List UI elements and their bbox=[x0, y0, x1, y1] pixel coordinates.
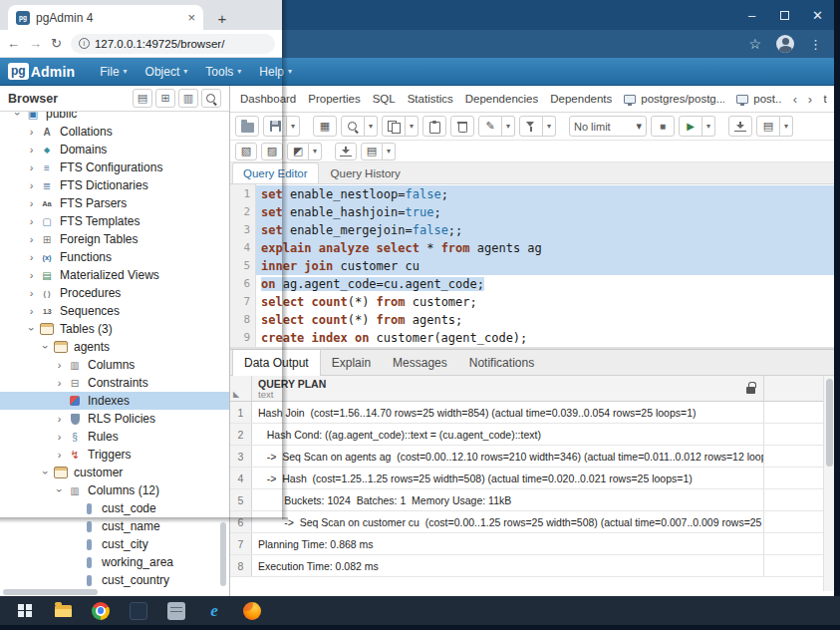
close-button[interactable]: ✕ bbox=[801, 0, 834, 30]
chrome-button[interactable] bbox=[82, 596, 120, 625]
execute-button[interactable]: ▶ bbox=[679, 116, 702, 137]
explain-analyze-button[interactable]: ▨ bbox=[261, 143, 283, 160]
row-value[interactable]: -> Hash (cost=1.25..1.25 rows=25 width=5… bbox=[252, 468, 764, 488]
maximize-button[interactable] bbox=[768, 0, 801, 30]
tree-item-fts-parsers[interactable]: ›FTS Parsers bbox=[0, 194, 229, 212]
browser-menu-icon[interactable]: ⋮ bbox=[809, 37, 822, 52]
tree-item-tables[interactable]: ›Tables (3) bbox=[0, 320, 229, 338]
tab-data-output[interactable]: Data Output bbox=[232, 350, 321, 376]
row-number[interactable]: 4 bbox=[230, 468, 252, 488]
chevron-right-icon[interactable]: › bbox=[25, 233, 38, 245]
chevron-right-icon[interactable]: › bbox=[53, 359, 66, 371]
menu-tools[interactable]: Tools▾ bbox=[196, 58, 250, 86]
tab-scroll-left-button[interactable]: ‹ bbox=[787, 86, 802, 113]
row-number[interactable]: 7 bbox=[230, 533, 252, 554]
minimize-button[interactable]: – bbox=[735, 0, 768, 30]
chevron-right-icon[interactable]: › bbox=[53, 377, 66, 389]
row-number[interactable]: 8 bbox=[230, 555, 252, 576]
tree-item-working-area[interactable]: ›working_area bbox=[0, 553, 229, 571]
tab-clipped[interactable]: t× bbox=[817, 86, 834, 113]
chevron-right-icon[interactable]: › bbox=[25, 197, 38, 209]
tab-notifications[interactable]: Notifications bbox=[458, 350, 545, 376]
download-csv-button[interactable] bbox=[335, 143, 357, 160]
chevron-right-icon[interactable]: › bbox=[25, 161, 38, 173]
row-value[interactable]: Buckets: 1024 Batches: 1 Memory Usage: 1… bbox=[252, 489, 764, 510]
tree-item-triggers[interactable]: ›Triggers bbox=[0, 446, 229, 464]
tree-item-rules[interactable]: ›Rules bbox=[0, 428, 229, 446]
row-number[interactable]: 2 bbox=[230, 424, 252, 445]
menu-help[interactable]: Help▾ bbox=[250, 58, 301, 86]
sql-editor[interactable]: 1 2 3 4 5 6 7 8 9 set enable_nestloop=fa… bbox=[230, 184, 834, 347]
address-bar[interactable]: i 127.0.0.1:49725/browser/ bbox=[71, 34, 275, 54]
tree-item-rls-policies[interactable]: ›RLS Policies bbox=[0, 410, 229, 428]
tree-item-cust-country[interactable]: ›cust_country bbox=[0, 571, 229, 588]
tab-explain[interactable]: Explain bbox=[321, 350, 382, 376]
tab-query-tool-2[interactable]: post.. bbox=[730, 86, 787, 113]
row-number[interactable]: 1 bbox=[230, 402, 252, 423]
chevron-down-icon[interactable]: › bbox=[40, 467, 52, 479]
tab-query-editor[interactable]: Query Editor bbox=[232, 162, 319, 183]
row-value[interactable]: Hash Cond: ((ag.agent_code)::text = (cu.… bbox=[252, 424, 764, 445]
chevron-right-icon[interactable]: › bbox=[25, 251, 38, 263]
taskbar-app-button-2[interactable] bbox=[157, 596, 195, 625]
tab-dependents[interactable]: Dependents bbox=[544, 86, 618, 113]
tree-item-agents-columns[interactable]: ›Columns bbox=[0, 356, 229, 374]
row-value[interactable]: Hash Join (cost=1.56..14.70 rows=25 widt… bbox=[252, 402, 764, 423]
bookmark-star-icon[interactable]: ☆ bbox=[748, 36, 761, 52]
find-options-button[interactable]: ▾ bbox=[365, 116, 378, 137]
delete-button[interactable] bbox=[450, 116, 474, 137]
menu-file[interactable]: File▾ bbox=[91, 58, 136, 86]
tab-messages[interactable]: Messages bbox=[382, 350, 458, 376]
tree-item-customer-columns[interactable]: ›Columns (12) bbox=[0, 481, 229, 499]
row-limit-dropdown[interactable]: No limit▾ bbox=[569, 116, 647, 137]
tab-properties[interactable]: Properties bbox=[302, 86, 366, 113]
edit-options-button[interactable]: ▾ bbox=[502, 116, 515, 137]
download-button[interactable] bbox=[728, 116, 752, 137]
chevron-right-icon[interactable]: › bbox=[25, 126, 38, 138]
row-number[interactable]: 5 bbox=[230, 489, 252, 510]
execute-options-button[interactable]: ▾ bbox=[702, 116, 715, 137]
paste-button[interactable] bbox=[422, 116, 446, 137]
site-info-icon[interactable]: i bbox=[79, 38, 90, 49]
tree-item-foreign-tables[interactable]: ›Foreign Tables bbox=[0, 230, 229, 248]
chevron-down-icon[interactable]: › bbox=[12, 112, 24, 121]
edit-button[interactable]: ✎ bbox=[478, 116, 502, 137]
clear-options-button[interactable]: ▾ bbox=[309, 143, 322, 160]
tree-state-button[interactable]: ▤ bbox=[133, 89, 152, 108]
grid-view-button[interactable]: ⊞ bbox=[155, 89, 175, 108]
profile-avatar[interactable] bbox=[776, 35, 794, 53]
tree-item-fts-dictionaries[interactable]: ›FTS Dictionaries bbox=[0, 176, 229, 194]
tree-item-public[interactable]: ›public bbox=[0, 112, 229, 123]
clear-button[interactable]: ◩ bbox=[287, 143, 309, 160]
copy-button[interactable] bbox=[382, 116, 406, 137]
tree-item-materialized-views[interactable]: ›Materialized Views bbox=[0, 266, 229, 284]
chevron-right-icon[interactable]: › bbox=[25, 215, 38, 227]
chevron-right-icon[interactable]: › bbox=[25, 287, 38, 299]
tree-item-procedures[interactable]: ›Procedures bbox=[0, 284, 229, 302]
code-area[interactable]: set enable_nestloop=false; set enable_ha… bbox=[256, 184, 834, 347]
filter-options-button[interactable]: ▾ bbox=[543, 116, 556, 137]
explain-button[interactable]: ▧ bbox=[235, 143, 257, 160]
tree-item-fts-configurations[interactable]: ›FTS Configurations bbox=[0, 158, 229, 176]
menu-object[interactable]: Object▾ bbox=[137, 58, 197, 86]
search-objects-button[interactable] bbox=[201, 89, 221, 108]
chevron-right-icon[interactable]: › bbox=[25, 144, 38, 156]
tab-scroll-right-button[interactable]: › bbox=[802, 86, 817, 113]
view-data-button[interactable]: ▦ bbox=[313, 116, 337, 137]
firefox-button[interactable] bbox=[233, 596, 271, 625]
scrollbar-thumb[interactable] bbox=[826, 379, 833, 467]
new-tab-button[interactable]: + bbox=[211, 7, 233, 29]
tree-item-functions[interactable]: ›Functions bbox=[0, 248, 229, 266]
chevron-right-icon[interactable]: › bbox=[53, 413, 66, 425]
row-value[interactable]: -> Seq Scan on agents ag (cost=0.00..12.… bbox=[252, 446, 764, 467]
find-button[interactable] bbox=[341, 116, 365, 137]
edge-button[interactable]: e bbox=[195, 596, 233, 625]
row-value[interactable]: Execution Time: 0.082 ms bbox=[252, 555, 764, 576]
macro-options-button[interactable]: ▾ bbox=[383, 143, 396, 160]
tree-item-fts-templates[interactable]: ›FTS Templates bbox=[0, 212, 229, 230]
chevron-right-icon[interactable]: › bbox=[25, 179, 38, 191]
chevron-right-icon[interactable]: › bbox=[25, 269, 38, 281]
chevron-right-icon[interactable]: › bbox=[53, 431, 66, 443]
chevron-down-icon[interactable]: › bbox=[40, 341, 52, 354]
output-scrollbar[interactable] bbox=[823, 376, 834, 591]
